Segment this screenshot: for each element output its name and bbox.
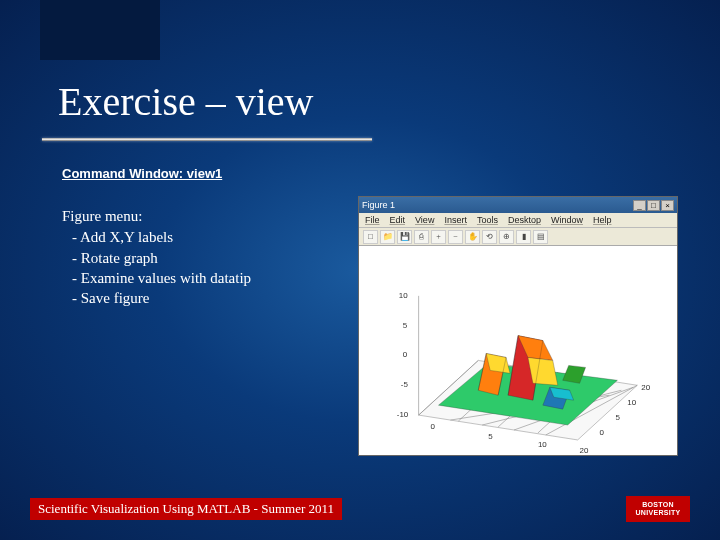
surface-plot-svg: 10 5 0 -5 -10 0 5 10 20 0 5 10 20 bbox=[359, 246, 677, 455]
menu-window[interactable]: Window bbox=[551, 215, 583, 225]
rotate-icon[interactable]: ⟲ bbox=[482, 230, 497, 244]
maximize-button[interactable]: □ bbox=[647, 200, 660, 211]
matlab-figure-window: Figure 1 _ □ × File Edit View Insert Too… bbox=[358, 196, 678, 456]
menu-bar: File Edit View Insert Tools Desktop Wind… bbox=[359, 213, 677, 228]
xy-tick: 5 bbox=[488, 432, 493, 441]
window-titlebar[interactable]: Figure 1 _ □ × bbox=[359, 197, 677, 213]
figure-menu-item: - Rotate graph bbox=[62, 248, 251, 268]
colorbar-icon[interactable]: ▮ bbox=[516, 230, 531, 244]
z-tick: -5 bbox=[401, 380, 409, 389]
figure-menu-block: Figure menu: - Add X,Y labels - Rotate g… bbox=[62, 206, 251, 308]
menu-edit[interactable]: Edit bbox=[390, 215, 406, 225]
datatip-icon[interactable]: ⊕ bbox=[499, 230, 514, 244]
z-tick: 10 bbox=[399, 291, 408, 300]
plot-area[interactable]: 10 5 0 -5 -10 0 5 10 20 0 5 10 20 bbox=[359, 246, 677, 455]
figure-menu-heading: Figure menu: bbox=[62, 206, 251, 226]
close-button[interactable]: × bbox=[661, 200, 674, 211]
pan-icon[interactable]: ✋ bbox=[465, 230, 480, 244]
boston-university-logo: BOSTON UNIVERSITY bbox=[626, 496, 690, 522]
menu-tools[interactable]: Tools bbox=[477, 215, 498, 225]
menu-file[interactable]: File bbox=[365, 215, 380, 225]
xy-tick: 5 bbox=[615, 413, 620, 422]
print-icon[interactable]: ⎙ bbox=[414, 230, 429, 244]
window-title: Figure 1 bbox=[362, 200, 632, 210]
z-tick: -10 bbox=[397, 410, 409, 419]
open-icon[interactable]: 📁 bbox=[380, 230, 395, 244]
zoom-out-icon[interactable]: − bbox=[448, 230, 463, 244]
xy-tick: 0 bbox=[431, 422, 436, 431]
command-window-label: Command Window: view1 bbox=[62, 166, 222, 181]
logo-text: BOSTON UNIVERSITY bbox=[635, 501, 680, 516]
z-tick: 5 bbox=[403, 321, 408, 330]
legend-icon[interactable]: ▤ bbox=[533, 230, 548, 244]
z-tick: 0 bbox=[403, 350, 408, 359]
xy-tick: 10 bbox=[538, 440, 547, 449]
zoom-in-icon[interactable]: + bbox=[431, 230, 446, 244]
xy-tick: 20 bbox=[641, 383, 650, 392]
new-icon[interactable]: □ bbox=[363, 230, 378, 244]
figure-menu-item: - Examine values with datatip bbox=[62, 268, 251, 288]
toolbar: □ 📁 💾 ⎙ + − ✋ ⟲ ⊕ ▮ ▤ bbox=[359, 228, 677, 246]
figure-menu-item: - Save figure bbox=[62, 288, 251, 308]
corner-decoration bbox=[40, 0, 160, 60]
minimize-button[interactable]: _ bbox=[633, 200, 646, 211]
footer-caption: Scientific Visualization Using MATLAB - … bbox=[30, 498, 342, 520]
xy-tick: 0 bbox=[599, 428, 604, 437]
menu-desktop[interactable]: Desktop bbox=[508, 215, 541, 225]
svg-marker-13 bbox=[528, 357, 558, 385]
slide-title: Exercise – view bbox=[58, 78, 313, 125]
menu-insert[interactable]: Insert bbox=[444, 215, 467, 225]
figure-menu-item: - Add X,Y labels bbox=[62, 227, 251, 247]
xy-tick: 20 bbox=[580, 446, 589, 455]
menu-view[interactable]: View bbox=[415, 215, 434, 225]
title-underline bbox=[42, 138, 372, 141]
menu-help[interactable]: Help bbox=[593, 215, 612, 225]
save-icon[interactable]: 💾 bbox=[397, 230, 412, 244]
xy-tick: 10 bbox=[627, 398, 636, 407]
